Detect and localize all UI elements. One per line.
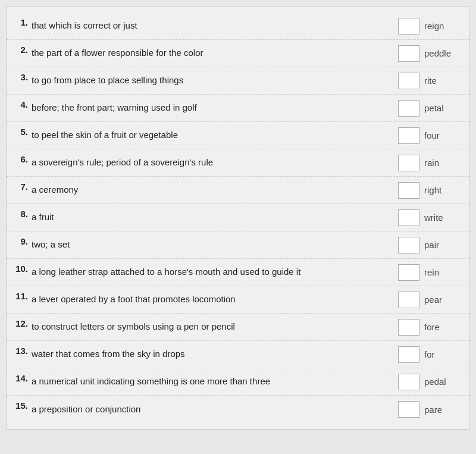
word-hint: pair: [424, 240, 460, 250]
row-definition: that which is correct or just: [32, 19, 392, 33]
row-definition: before; the front part; warning used in …: [32, 101, 392, 115]
row-input-area: rein: [398, 264, 460, 281]
row-number: 14.: [12, 372, 32, 383]
word-hint: write: [424, 212, 460, 223]
row-number: 7.: [12, 180, 32, 192]
answer-box[interactable]: [398, 292, 419, 308]
word-hint: pedal: [424, 377, 460, 387]
word-hint: pear: [424, 295, 460, 305]
word-hint: right: [424, 185, 460, 195]
row-input-area: four: [398, 127, 460, 144]
row-input-area: write: [398, 209, 460, 226]
row-number: 13.: [12, 345, 32, 356]
row-definition: a long leather strap attached to a horse…: [32, 265, 392, 279]
row-number: 15.: [12, 399, 32, 411]
row-input-area: pear: [398, 292, 460, 308]
row-definition: to go from place to place selling things: [32, 74, 392, 87]
row-definition: a lever operated by a foot that promotes…: [32, 293, 392, 306]
list-item: 8.a fruitwrite: [7, 204, 469, 231]
row-number: 1.: [12, 16, 32, 27]
answer-box[interactable]: [398, 45, 419, 62]
word-hint: pare: [424, 405, 460, 415]
list-item: 6.a sovereign's rule; period of a sovere…: [7, 149, 469, 177]
list-item: 14.a numerical unit indicating something…: [7, 368, 469, 396]
word-hint: rite: [424, 76, 460, 86]
row-definition: a preposition or conjunction: [32, 403, 392, 417]
answer-box[interactable]: [398, 346, 419, 363]
row-input-area: fore: [398, 319, 460, 336]
row-number: 6.: [12, 153, 32, 164]
row-definition: the part of a flower responsible for the…: [32, 46, 392, 60]
row-input-area: pair: [398, 237, 460, 253]
row-number: 4.: [12, 98, 32, 109]
word-hint: fore: [424, 322, 460, 332]
answer-box[interactable]: [398, 401, 419, 418]
row-input-area: right: [398, 182, 460, 199]
answer-box[interactable]: [398, 182, 419, 199]
row-definition: to construct letters or symbols using a …: [32, 320, 392, 334]
row-definition: a sovereign's rule; period of a sovereig…: [32, 156, 392, 170]
answer-box[interactable]: [398, 237, 419, 253]
row-number: 2.: [12, 43, 32, 55]
worksheet: 1.that which is correct or justreign2.th…: [6, 6, 470, 430]
answer-box[interactable]: [398, 18, 419, 35]
list-item: 7.a ceremonyright: [7, 177, 469, 204]
list-item: 9.two; a setpair: [7, 231, 469, 259]
list-item: 15.a preposition or conjunctionpare: [7, 396, 469, 423]
answer-box[interactable]: [398, 155, 419, 171]
row-number: 9.: [12, 235, 32, 246]
list-item: 13.water that comes from the sky in drop…: [7, 341, 469, 368]
answer-box[interactable]: [398, 100, 419, 117]
answer-box[interactable]: [398, 319, 419, 336]
answer-box[interactable]: [398, 264, 419, 281]
word-hint: reign: [424, 21, 460, 31]
word-hint: petal: [424, 103, 460, 113]
list-item: 3.to go from place to place selling thin…: [7, 67, 469, 95]
answer-box[interactable]: [398, 127, 419, 144]
list-item: 12.to construct letters or symbols using…: [7, 314, 469, 341]
answer-box[interactable]: [398, 73, 419, 89]
row-input-area: rain: [398, 155, 460, 171]
word-hint: rain: [424, 158, 460, 168]
row-input-area: peddle: [398, 45, 460, 62]
row-input-area: rite: [398, 73, 460, 89]
row-number: 11.: [12, 290, 32, 301]
word-hint: rein: [424, 267, 460, 277]
answer-box[interactable]: [398, 374, 419, 390]
row-number: 3.: [12, 71, 32, 82]
row-definition: two; a set: [32, 238, 392, 252]
row-number: 5.: [12, 126, 32, 137]
list-item: 10.a long leather strap attached to a ho…: [7, 259, 469, 286]
row-definition: a ceremony: [32, 183, 392, 197]
row-definition: a numerical unit indicating something is…: [32, 375, 392, 389]
list-item: 5.to peel the skin of a fruit or vegetab…: [7, 122, 469, 149]
row-input-area: pare: [398, 401, 460, 418]
word-hint: for: [424, 349, 460, 359]
list-item: 1.that which is correct or justreign: [7, 12, 469, 40]
answer-box[interactable]: [398, 209, 419, 226]
row-number: 8.: [12, 208, 32, 219]
list-item: 2.the part of a flower responsible for t…: [7, 40, 469, 67]
word-hint: peddle: [424, 48, 460, 58]
row-input-area: pedal: [398, 374, 460, 390]
list-item: 11.a lever operated by a foot that promo…: [7, 286, 469, 314]
row-definition: a fruit: [32, 211, 392, 224]
row-input-area: reign: [398, 18, 460, 35]
row-definition: water that comes from the sky in drops: [32, 347, 392, 361]
row-number: 12.: [12, 317, 32, 328]
row-input-area: for: [398, 346, 460, 363]
row-number: 10.: [12, 262, 32, 274]
list-item: 4.before; the front part; warning used i…: [7, 95, 469, 122]
word-hint: four: [424, 130, 460, 140]
row-definition: to peel the skin of a fruit or vegetable: [32, 129, 392, 142]
row-input-area: petal: [398, 100, 460, 117]
